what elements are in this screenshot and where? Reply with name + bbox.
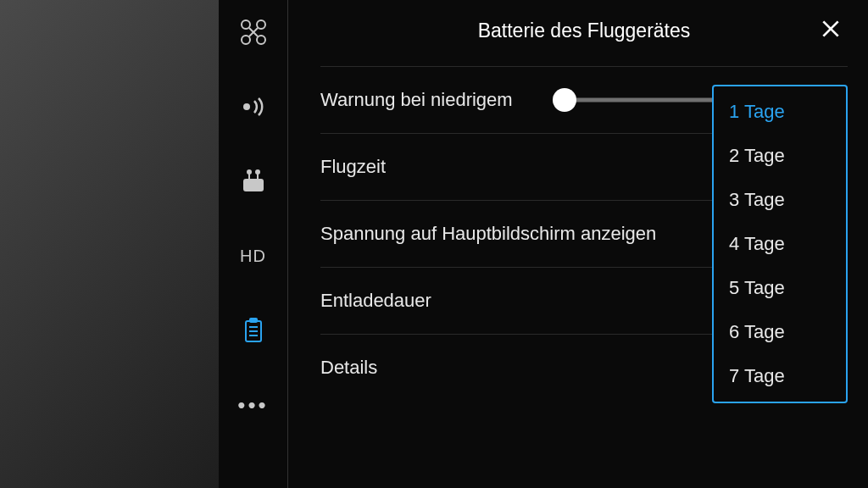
discharge-days-dropdown[interactable]: 1 Tage 2 Tage 3 Tage 4 Tage 5 Tage 6 Tag… [712, 85, 848, 403]
svg-point-1 [257, 20, 265, 29]
row-label: Flugzeit [320, 154, 541, 180]
panel-title: Batterie des Fluggerätes [478, 19, 691, 42]
dropdown-option[interactable]: 1 Tage [714, 90, 846, 134]
close-icon [820, 18, 842, 40]
more-icon: ••• [237, 392, 268, 419]
dropdown-option[interactable]: 7 Tage [714, 354, 846, 398]
sidebar-item-hd[interactable]: HD [238, 241, 269, 271]
panel-header: Batterie des Fluggerätes [320, 0, 848, 61]
svg-point-11 [256, 170, 259, 174]
svg-point-3 [257, 36, 265, 44]
sidebar-item-battery[interactable] [238, 315, 269, 346]
signal-icon [240, 93, 267, 120]
svg-rect-7 [244, 180, 263, 191]
row-label: Spannung auf Hauptbildschirm anzeigen [320, 221, 656, 247]
background-camera-view [0, 0, 219, 488]
close-button[interactable] [817, 15, 844, 42]
drone-icon [240, 19, 267, 46]
dropdown-option[interactable]: 3 Tage [714, 178, 846, 222]
row-label: Details [320, 355, 541, 380]
dropdown-option[interactable]: 2 Tage [714, 134, 846, 178]
settings-main: Batterie des Fluggerätes Warnung bei nie… [288, 0, 868, 488]
settings-panel: HD ••• Batterie des Fluggerätes [219, 0, 868, 488]
svg-point-6 [243, 103, 250, 110]
sidebar-item-more[interactable]: ••• [238, 390, 269, 420]
row-label: Warnung bei niedrigem [320, 87, 541, 113]
svg-point-2 [242, 36, 250, 44]
svg-rect-13 [250, 319, 257, 322]
dropdown-option[interactable]: 4 Tage [714, 222, 846, 266]
row-label: Entladedauer [320, 288, 541, 313]
hd-label: HD [240, 247, 266, 266]
battery-icon [240, 317, 267, 344]
dropdown-option[interactable]: 6 Tage [714, 310, 846, 354]
slider-thumb[interactable] [553, 88, 576, 112]
svg-point-9 [248, 170, 251, 174]
remote-icon [240, 168, 267, 195]
svg-point-0 [242, 20, 250, 29]
settings-sidebar: HD ••• [219, 0, 288, 488]
sidebar-item-aircraft[interactable] [238, 17, 269, 47]
dropdown-option[interactable]: 5 Tage [714, 266, 846, 310]
sidebar-item-remote[interactable] [238, 166, 269, 197]
sidebar-item-signal[interactable] [238, 92, 269, 122]
